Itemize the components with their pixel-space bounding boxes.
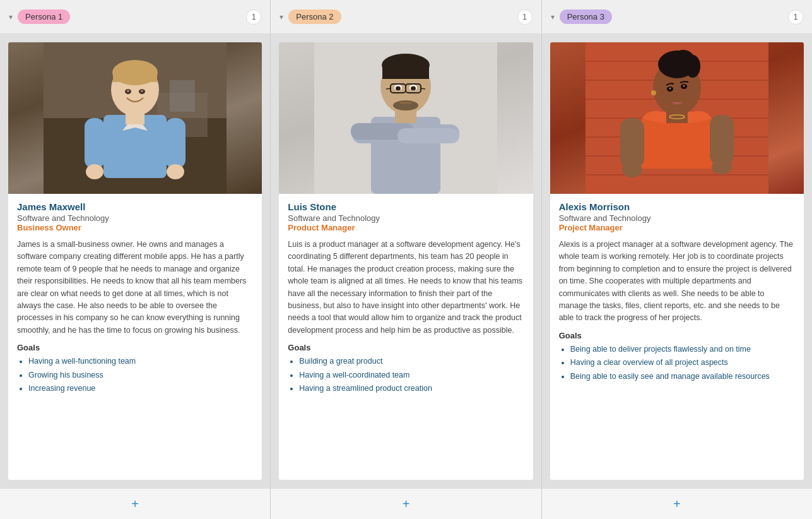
persona-role-3: Project Manager [559, 223, 795, 232]
persona-image-1 [8, 42, 262, 194]
svg-point-61 [651, 90, 656, 95]
persona-name-3: Alexis Morrison [559, 201, 795, 212]
persona-header-left-1: ▾ Persona 1 [9, 9, 70, 24]
goal-item: Being able to easily see and manage avai… [570, 371, 795, 383]
persona-footer-1: + [0, 488, 270, 519]
add-persona-button-3[interactable]: + [668, 495, 686, 513]
chevron-icon-1[interactable]: ▾ [9, 13, 13, 21]
goals-heading-3: Goals [559, 331, 795, 340]
persona-column-2: ▾ Persona 2 1 [271, 0, 541, 519]
persona-image-2 [279, 42, 533, 194]
svg-point-11 [86, 164, 103, 179]
svg-rect-6 [113, 73, 157, 82]
svg-rect-25 [382, 65, 429, 79]
persona-name-2: Luis Stone [288, 201, 524, 212]
persona-footer-2: + [271, 488, 541, 519]
persona-card-3: Alexis Morrison Software and Technology … [550, 42, 804, 480]
svg-point-30 [396, 86, 401, 91]
persona-badge-3[interactable]: Persona 3 [560, 9, 612, 24]
svg-point-26 [393, 100, 418, 110]
goal-item: Having a streamlined product creation [299, 383, 524, 395]
persona-image-3 [550, 42, 804, 194]
persona-footer-3: + [542, 488, 812, 519]
svg-point-16 [127, 90, 129, 92]
svg-point-59 [669, 88, 671, 90]
persona-count-2: 1 [517, 9, 533, 25]
svg-rect-10 [165, 118, 185, 169]
persona-info-1: James Maxwell Software and Technology Bu… [8, 194, 262, 480]
goal-item: Growing his business [28, 370, 253, 381]
personas-board: ▾ Persona 1 1 [0, 0, 812, 519]
persona-card-2: Luis Stone Software and Technology Produ… [278, 42, 533, 480]
persona-info-3: Alexis Morrison Software and Technology … [550, 194, 804, 480]
chevron-icon-2[interactable]: ▾ [279, 13, 283, 21]
chevron-icon-3[interactable]: ▾ [551, 13, 555, 21]
svg-point-49 [622, 162, 642, 177]
persona-count-1: 1 [246, 9, 261, 25]
svg-line-35 [386, 88, 391, 89]
persona-department-1: Software and Technology [17, 213, 253, 223]
persona-header-left-2: ▾ Persona 2 [279, 9, 341, 24]
svg-rect-3 [170, 80, 195, 112]
svg-point-54 [685, 55, 700, 78]
persona-role-2: Product Manager [288, 223, 524, 232]
add-persona-button-2[interactable]: + [397, 495, 415, 513]
persona-count-3: 1 [788, 9, 803, 25]
persona-column-1: ▾ Persona 1 1 [0, 0, 271, 519]
persona-header-1: ▾ Persona 1 1 [0, 0, 270, 34]
svg-rect-48 [710, 115, 734, 165]
goal-item: Having a well-functioning team [28, 356, 253, 367]
svg-line-36 [421, 88, 425, 89]
svg-point-31 [411, 86, 416, 91]
goal-item: Being able to deliver projects flawlessl… [570, 344, 795, 355]
persona-department-2: Software and Technology [288, 213, 524, 223]
persona-header-left-3: ▾ Persona 3 [551, 9, 612, 24]
persona-info-2: Luis Stone Software and Technology Produ… [279, 194, 533, 480]
svg-point-60 [683, 85, 685, 87]
persona-description-2: Luis is a product manager at a software … [288, 239, 524, 337]
svg-point-17 [141, 90, 143, 92]
goals-list-3: Being able to deliver projects flawlessl… [559, 344, 795, 383]
goal-item: Having a well-coordinated team [299, 370, 524, 381]
persona-description-1: James is a small-business owner. He owns… [17, 239, 253, 337]
goals-heading-2: Goals [288, 343, 524, 352]
svg-rect-27 [395, 110, 416, 123]
persona-name-1: James Maxwell [17, 201, 253, 212]
svg-rect-13 [126, 112, 144, 124]
persona-badge-1[interactable]: Persona 1 [18, 9, 70, 24]
svg-point-12 [167, 164, 184, 179]
persona-header-2: ▾ Persona 2 1 [271, 0, 541, 34]
persona-card-1: James Maxwell Software and Technology Bu… [8, 42, 262, 480]
persona-badge-2[interactable]: Persona 2 [288, 9, 341, 24]
svg-rect-9 [85, 118, 105, 169]
svg-rect-47 [620, 118, 644, 169]
goals-list-1: Having a well-functioning teamGrowing hi… [17, 356, 253, 395]
goal-item: Building a great product [299, 356, 524, 367]
goals-heading-1: Goals [17, 343, 253, 352]
persona-header-3: ▾ Persona 3 1 [542, 0, 812, 34]
persona-role-1: Business Owner [17, 223, 253, 232]
svg-rect-22 [397, 128, 459, 143]
goals-list-2: Building a great productHaving a well-co… [288, 356, 524, 395]
persona-department-3: Software and Technology [559, 213, 795, 223]
goal-item: Having a clear overview of all project a… [570, 357, 795, 369]
persona-column-3: ▾ Persona 3 1 [542, 0, 812, 519]
svg-point-50 [712, 159, 732, 174]
persona-description-3: Alexis is a project manager at a softwar… [559, 239, 795, 325]
add-persona-button-1[interactable]: + [126, 495, 144, 513]
goal-item: Increasing revenue [28, 383, 253, 395]
